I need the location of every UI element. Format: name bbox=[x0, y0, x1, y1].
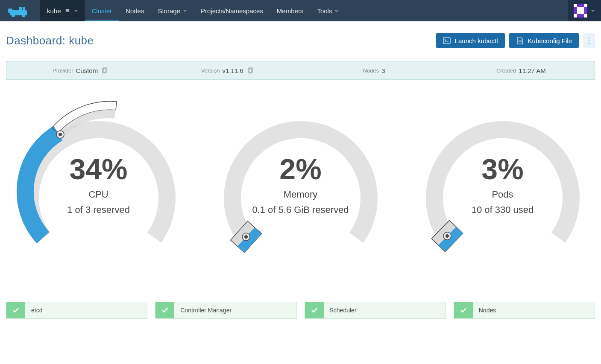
nav-item-projects[interactable]: Projects/Namespaces bbox=[194, 0, 270, 21]
gauges-row: 34% CPU 1 of 3 reserved 2% Memory 0.1 of… bbox=[0, 80, 601, 263]
gauge-title: CPU bbox=[6, 189, 191, 200]
terminal-icon bbox=[443, 37, 451, 44]
page-title-name: kube bbox=[69, 34, 94, 47]
svg-rect-3 bbox=[23, 7, 25, 11]
button-label: Kubeconfig File bbox=[528, 37, 572, 44]
gauge-pods-text: 3% Pods 10 of 330 used bbox=[410, 152, 595, 215]
copy-icon[interactable] bbox=[248, 67, 253, 73]
info-label: Created bbox=[496, 67, 516, 74]
status-label: Controller Manager bbox=[174, 302, 296, 318]
info-created: Created 11:27 AM bbox=[448, 67, 595, 74]
avatar-icon bbox=[574, 4, 587, 17]
nav-item-nodes[interactable]: Nodes bbox=[119, 0, 151, 21]
status-nodes: Nodes bbox=[454, 302, 595, 319]
gauge-subtitle: 10 of 330 used bbox=[410, 204, 595, 215]
chevron-down-icon bbox=[74, 9, 78, 13]
header-actions: Launch kubectl Kubeconfig File ⋮ bbox=[436, 33, 595, 48]
nav-item-label: Nodes bbox=[126, 7, 144, 15]
check-icon bbox=[454, 302, 473, 318]
svg-point-20 bbox=[59, 133, 62, 136]
svg-rect-9 bbox=[443, 38, 450, 44]
gauge-memory-text: 2% Memory 0.1 of 5.6 GiB reserved bbox=[208, 152, 393, 215]
nav-item-cluster[interactable]: Cluster bbox=[85, 0, 119, 21]
status-scheduler: Scheduler bbox=[305, 302, 446, 319]
info-value: v1.11.6 bbox=[222, 67, 243, 74]
nav-item-label: Storage bbox=[158, 7, 180, 15]
gauge-percent: 34% bbox=[6, 152, 191, 186]
status-controller-manager: Controller Manager bbox=[155, 302, 296, 319]
logo[interactable] bbox=[0, 0, 40, 21]
gauge-percent: 3% bbox=[410, 152, 595, 186]
status-etcd: etcd bbox=[6, 302, 147, 319]
info-label: Provider bbox=[53, 67, 73, 74]
info-value: Custom bbox=[76, 67, 98, 74]
more-actions-button[interactable]: ⋮ bbox=[583, 33, 595, 48]
nav-item-tools[interactable]: Tools bbox=[310, 0, 346, 21]
gauge-cpu-text: 34% CPU 1 of 3 reserved bbox=[6, 152, 191, 215]
cluster-info-strip: Provider Custom Version v1.11.6 Nodes 3 … bbox=[6, 61, 595, 80]
nav-item-label: Cluster bbox=[92, 7, 112, 15]
svg-rect-2 bbox=[19, 7, 22, 11]
gauge-pods: 3% Pods 10 of 330 used bbox=[410, 101, 595, 255]
info-nodes: Nodes 3 bbox=[301, 67, 448, 74]
check-icon bbox=[155, 302, 174, 318]
svg-point-4 bbox=[12, 14, 15, 17]
gauge-memory: 2% Memory 0.1 of 5.6 GiB reserved bbox=[208, 101, 393, 255]
status-label: Scheduler bbox=[324, 302, 446, 318]
gauge-title: Memory bbox=[208, 189, 393, 200]
nav-item-storage[interactable]: Storage bbox=[151, 0, 194, 21]
menu-icon bbox=[65, 9, 70, 13]
kebab-icon: ⋮ bbox=[585, 36, 593, 45]
gauge-percent: 2% bbox=[208, 152, 393, 186]
user-menu[interactable] bbox=[568, 0, 601, 21]
cluster-switcher[interactable]: kube bbox=[40, 0, 85, 21]
svg-rect-6 bbox=[65, 9, 69, 10]
svg-point-5 bbox=[22, 14, 25, 17]
svg-rect-8 bbox=[65, 12, 69, 12]
chevron-down-icon bbox=[183, 9, 187, 13]
info-value: 11:27 AM bbox=[519, 67, 545, 74]
rancher-logo-icon bbox=[7, 4, 33, 17]
status-label: etcd bbox=[25, 302, 147, 318]
nav-item-label: Projects/Namespaces bbox=[201, 7, 263, 15]
nav-item-members[interactable]: Members bbox=[270, 0, 311, 21]
info-provider: Provider Custom bbox=[6, 67, 153, 74]
svg-rect-7 bbox=[65, 10, 69, 11]
info-label: Version bbox=[201, 67, 220, 74]
gauge-title: Pods bbox=[410, 189, 595, 200]
kubeconfig-file-button[interactable]: Kubeconfig File bbox=[509, 33, 579, 48]
chevron-down-icon bbox=[334, 9, 339, 13]
gauge-subtitle: 0.1 of 5.6 GiB reserved bbox=[208, 204, 393, 215]
nav-items: Cluster Nodes Storage Projects/Namespace… bbox=[85, 0, 346, 21]
svg-rect-1 bbox=[8, 9, 12, 13]
component-status-row: etcd Controller Manager Scheduler Nodes bbox=[0, 263, 601, 319]
status-label: Nodes bbox=[473, 302, 595, 318]
launch-kubectl-button[interactable]: Launch kubectl bbox=[436, 33, 505, 48]
nav-item-label: Tools bbox=[317, 7, 332, 15]
page-header: Dashboard: kube Launch kubectl Kubeconfi… bbox=[0, 21, 601, 54]
chevron-down-icon bbox=[591, 9, 595, 13]
check-icon bbox=[6, 302, 25, 318]
info-label: Nodes bbox=[363, 67, 379, 74]
gauge-subtitle: 1 of 3 reserved bbox=[6, 204, 191, 215]
page-title-prefix: Dashboard: bbox=[6, 34, 65, 47]
page-title: Dashboard: kube bbox=[6, 34, 94, 47]
copy-icon[interactable] bbox=[102, 67, 107, 73]
nav-item-label: Members bbox=[277, 7, 304, 15]
info-value: 3 bbox=[381, 67, 385, 74]
svg-line-18 bbox=[116, 102, 117, 110]
gauge-cpu: 34% CPU 1 of 3 reserved bbox=[6, 101, 191, 255]
info-version: Version v1.11.6 bbox=[153, 67, 300, 74]
cluster-switcher-label: kube bbox=[47, 7, 61, 15]
check-icon bbox=[305, 302, 324, 318]
file-icon bbox=[516, 37, 524, 44]
top-nav: kube Cluster Nodes Storage Projects/Name… bbox=[0, 0, 601, 21]
button-label: Launch kubectl bbox=[455, 37, 498, 44]
